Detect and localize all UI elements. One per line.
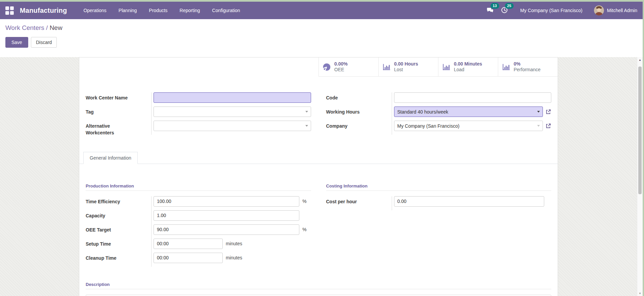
apps-grid-icon[interactable] xyxy=(5,6,14,15)
navbar-systray: 13 25 My Company (San Francisco) Mitchel… xyxy=(486,5,643,15)
label-code: Code xyxy=(326,92,392,101)
menu-configuration[interactable]: Configuration xyxy=(208,5,244,16)
breadcrumb-separator: / xyxy=(44,24,50,31)
field-working-hours xyxy=(392,107,552,121)
breadcrumb-work-centers[interactable]: Work Centers xyxy=(5,24,44,31)
label-capacity: Capacity xyxy=(86,210,151,219)
company-switcher[interactable]: My Company (San Francisco) xyxy=(520,8,583,13)
label-alternative-workcenters: Alternative Workcenters xyxy=(86,121,151,136)
label-tag: Tag xyxy=(86,107,151,115)
user-avatar xyxy=(594,5,604,15)
form-view-background: 0.00%OEE0.00 HoursLost0.00 MinutesLoad0%… xyxy=(0,57,643,296)
window-edge-top xyxy=(0,0,644,2)
pie-chart-icon xyxy=(322,62,331,72)
activities-count-badge: 25 xyxy=(505,3,514,9)
main-menu: OperationsPlanningProductsReportingConfi… xyxy=(79,5,248,16)
stat-button-bar: 0.00%OEE0.00 HoursLost0.00 MinutesLoad0%… xyxy=(79,57,558,77)
field-cost-per-hour xyxy=(392,196,552,210)
field-code xyxy=(392,92,552,107)
app-name[interactable]: Manufacturing xyxy=(20,7,67,14)
bar-chart-icon xyxy=(502,62,511,72)
input-work-center-name[interactable] xyxy=(154,92,311,103)
discard-button[interactable]: Discard xyxy=(31,37,57,48)
bar-chart-icon xyxy=(442,62,451,72)
input-cost-per-hour[interactable] xyxy=(394,196,544,207)
general-information-content: Production Information Time Efficiency%C… xyxy=(79,164,558,267)
production-information-section: Production Information Time Efficiency%C… xyxy=(86,183,311,267)
field-tag xyxy=(151,107,311,121)
label-oee-target: OEE Target xyxy=(86,224,151,233)
bar-chart-icon xyxy=(382,62,391,72)
label-cleanup-time: Cleanup Time xyxy=(86,253,151,261)
description-textarea[interactable] xyxy=(86,295,551,296)
description-section: Description xyxy=(79,267,558,296)
header-field-groups: Work Center NameTagAlternative Workcente… xyxy=(79,77,558,136)
external-link-icon[interactable] xyxy=(545,123,551,129)
input-company[interactable] xyxy=(394,121,543,131)
breadcrumb: Work Centers / New xyxy=(5,24,643,32)
field-group-left: Work Center NameTagAlternative Workcente… xyxy=(86,92,311,136)
label-work-center-name: Work Center Name xyxy=(86,92,151,101)
user-name: Mitchell Admin xyxy=(607,8,637,13)
stat-label: Load xyxy=(454,67,482,73)
menu-products[interactable]: Products xyxy=(144,5,172,16)
messages-count-badge: 13 xyxy=(490,3,499,9)
field-cleanup-time: minutes xyxy=(151,253,311,267)
stat-label: Performance xyxy=(514,67,541,73)
input-capacity[interactable] xyxy=(154,210,299,221)
menu-planning[interactable]: Planning xyxy=(114,5,141,16)
form-sheet: 0.00%OEE0.00 HoursLost0.00 MinutesLoad0%… xyxy=(79,57,558,296)
stat-label: Lost xyxy=(394,67,418,73)
user-menu[interactable]: Mitchell Admin xyxy=(594,5,637,15)
input-cleanup-time[interactable] xyxy=(154,253,223,263)
field-alternative-workcenters xyxy=(151,121,311,135)
unit-suffix: minutes xyxy=(226,241,242,246)
top-navbar: Manufacturing OperationsPlanningProducts… xyxy=(0,2,643,19)
scrollbar-up-arrow-icon[interactable]: ▲ xyxy=(637,57,643,62)
external-link-icon[interactable] xyxy=(545,109,551,115)
tab-general-information[interactable]: General Information xyxy=(83,152,138,164)
description-title: Description xyxy=(86,282,551,289)
messages-button[interactable]: 13 xyxy=(486,6,494,15)
scrollbar-thumb[interactable] xyxy=(638,67,642,194)
input-code[interactable] xyxy=(394,92,552,103)
stat-button-oee[interactable]: 0.00%OEE xyxy=(318,57,378,77)
breadcrumb-current: New xyxy=(50,24,62,31)
stat-button-performance[interactable]: 0%Performance xyxy=(498,57,558,77)
stat-label: OEE xyxy=(334,67,348,73)
field-time-efficiency: % xyxy=(151,196,311,210)
stat-value: 0.00 Hours xyxy=(394,61,418,67)
manufacturing-work-center-form-page: Manufacturing OperationsPlanningProducts… xyxy=(0,0,644,296)
input-alternative-workcenters[interactable] xyxy=(154,121,311,131)
control-panel: Work Centers / New Save Discard xyxy=(0,19,643,57)
input-tag[interactable] xyxy=(154,107,311,117)
field-company xyxy=(392,121,552,135)
field-capacity xyxy=(151,210,311,224)
activities-button[interactable]: 25 xyxy=(501,6,508,15)
field-oee-target: % xyxy=(151,224,311,239)
stat-button-load[interactable]: 0.00 MinutesLoad xyxy=(438,57,498,77)
input-time-efficiency[interactable] xyxy=(154,196,299,207)
form-action-buttons: Save Discard xyxy=(5,37,643,48)
unit-suffix: minutes xyxy=(226,255,242,260)
menu-operations[interactable]: Operations xyxy=(79,5,111,16)
label-cost-per-hour: Cost per hour xyxy=(326,196,392,205)
stat-button-lost[interactable]: 0.00 HoursLost xyxy=(378,57,438,77)
save-button[interactable]: Save xyxy=(5,37,28,48)
costing-information-title: Costing Information xyxy=(326,183,552,191)
label-setup-time: Setup Time xyxy=(86,239,151,247)
stat-value: 0.00% xyxy=(334,61,348,67)
input-oee-target[interactable] xyxy=(154,224,299,235)
field-setup-time: minutes xyxy=(151,239,311,253)
scrollbar-down-arrow-icon[interactable]: ▼ xyxy=(637,291,643,296)
costing-information-section: Costing Information Cost per hour xyxy=(326,183,552,267)
vertical-scrollbar[interactable]: ▲ ▼ xyxy=(637,57,643,296)
stat-value: 0.00 Minutes xyxy=(454,61,482,67)
stat-value: 0% xyxy=(514,61,541,67)
field-work-center-name xyxy=(151,92,311,107)
menu-reporting[interactable]: Reporting xyxy=(175,5,205,16)
production-information-title: Production Information xyxy=(86,183,311,191)
field-group-right: CodeWorking HoursCompany xyxy=(326,92,552,136)
input-working-hours[interactable] xyxy=(394,107,543,117)
input-setup-time[interactable] xyxy=(154,239,223,249)
